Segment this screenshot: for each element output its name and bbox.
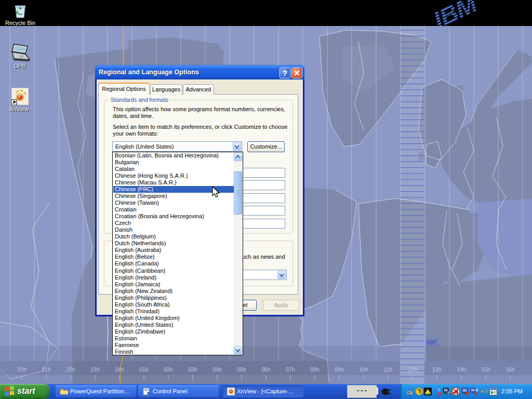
svg-text:21h: 21h [42,366,51,373]
svg-text:09h: 09h [335,366,344,373]
svg-text:20h: 20h [17,366,26,373]
svg-text:08h: 08h [310,366,320,373]
svg-text:05h: 05h [237,366,246,373]
svg-text:02h: 02h [164,366,173,373]
svg-text:14h: 14h [457,366,466,373]
svg-text:24h: 24h [115,366,124,373]
svg-text:23h: 23h [90,366,100,373]
svg-text:06h: 06h [261,366,271,373]
svg-text:?: ? [283,69,287,77]
svg-text:GMT: GMT [426,339,437,345]
svg-text:07h: 07h [286,366,295,373]
svg-text:11h: 11h [384,366,393,373]
svg-text:04h: 04h [212,366,222,373]
svg-text:03h: 03h [188,366,197,373]
svg-text:16h: 16h [506,366,515,373]
svg-text:01h: 01h [139,366,149,373]
svg-text:10h: 10h [359,366,368,373]
svg-text:IBM: IBM [430,0,482,26]
svg-text:12h: 12h [408,366,417,373]
svg-text:13h: 13h [432,366,442,373]
svg-text:22h: 22h [66,366,75,373]
svg-text:15h: 15h [481,366,490,373]
